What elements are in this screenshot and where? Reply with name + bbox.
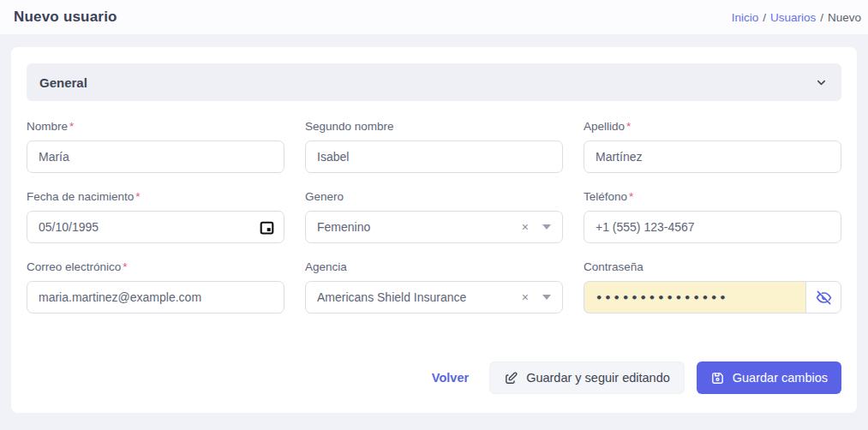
breadcrumb: Inicio / Usuarios / Nuevo bbox=[732, 11, 861, 24]
field-first-name: Nombre* bbox=[27, 120, 284, 173]
birth-date-input[interactable] bbox=[27, 211, 284, 243]
gender-select[interactable]: Femenino × bbox=[305, 211, 563, 243]
breadcrumb-separator: / bbox=[763, 11, 766, 24]
breadcrumb-link-usuarios[interactable]: Usuarios bbox=[770, 11, 816, 24]
save-and-continue-button[interactable]: Guardar y seguir editando bbox=[489, 361, 685, 394]
phone-label: Teléfono bbox=[584, 190, 627, 203]
calendar-icon[interactable] bbox=[259, 219, 274, 235]
required-asterisk: * bbox=[626, 120, 631, 133]
agency-select[interactable]: Americans Shield Insurance × bbox=[305, 281, 563, 314]
section-header-general[interactable]: General bbox=[27, 63, 841, 101]
last-name-input[interactable] bbox=[584, 140, 841, 173]
clear-x-icon[interactable]: × bbox=[522, 221, 529, 233]
password-input[interactable] bbox=[584, 281, 805, 314]
save-changes-label: Guardar cambios bbox=[733, 371, 828, 385]
caret-down-icon[interactable] bbox=[542, 224, 551, 230]
field-gender: Genero Femenino × bbox=[305, 190, 563, 243]
edit-icon bbox=[504, 371, 518, 385]
required-asterisk: * bbox=[135, 190, 140, 203]
last-name-label: Apellido bbox=[584, 120, 625, 133]
field-phone: Teléfono* bbox=[584, 190, 841, 243]
eye-off-icon bbox=[816, 290, 832, 306]
password-label: Contraseña bbox=[584, 260, 644, 273]
agency-selected-value: Americans Shield Insurance bbox=[317, 290, 522, 304]
field-agency: Agencia Americans Shield Insurance × bbox=[305, 260, 563, 314]
email-label: Correo electrónico bbox=[27, 260, 121, 273]
field-birth-date: Fecha de nacimiento* bbox=[27, 190, 284, 243]
page-title: Nuevo usuario bbox=[14, 9, 117, 26]
phone-input[interactable] bbox=[584, 211, 841, 243]
field-middle-name: Segundo nombre bbox=[305, 120, 563, 173]
birth-date-label: Fecha de nacimiento bbox=[27, 190, 134, 203]
save-and-continue-label: Guardar y seguir editando bbox=[526, 371, 670, 385]
middle-name-label: Segundo nombre bbox=[305, 120, 394, 133]
required-asterisk: * bbox=[123, 260, 127, 273]
caret-down-icon[interactable] bbox=[542, 295, 551, 300]
form-actions: Volver Guardar y seguir editando Guardar… bbox=[27, 361, 841, 394]
field-last-name: Apellido* bbox=[584, 120, 841, 173]
breadcrumb-link-inicio[interactable]: Inicio bbox=[732, 11, 759, 24]
field-password: Contraseña bbox=[584, 260, 841, 314]
breadcrumb-separator: / bbox=[820, 11, 823, 24]
section-title: General bbox=[39, 75, 87, 90]
gender-selected-value: Femenino bbox=[317, 220, 522, 234]
form-grid: Nombre* Segundo nombre Apellido* Fecha d… bbox=[27, 120, 841, 314]
first-name-label: Nombre bbox=[27, 120, 68, 133]
required-asterisk: * bbox=[629, 190, 633, 203]
breadcrumb-current: Nuevo bbox=[828, 11, 861, 24]
first-name-input[interactable] bbox=[27, 140, 284, 173]
field-email: Correo electrónico* bbox=[27, 260, 284, 314]
form-card: General Nombre* Segundo nombre Apellido*… bbox=[11, 47, 857, 413]
save-icon bbox=[710, 371, 725, 385]
agency-label: Agencia bbox=[305, 260, 347, 273]
chevron-down-icon[interactable] bbox=[815, 76, 828, 89]
required-asterisk: * bbox=[69, 120, 74, 133]
save-changes-button[interactable]: Guardar cambios bbox=[697, 361, 841, 394]
clear-x-icon[interactable]: × bbox=[522, 291, 529, 303]
gender-label: Genero bbox=[305, 190, 344, 203]
top-bar: Nuevo usuario Inicio / Usuarios / Nuevo bbox=[0, 0, 868, 34]
middle-name-input[interactable] bbox=[305, 140, 563, 173]
toggle-password-visibility-button[interactable] bbox=[805, 281, 841, 314]
email-input[interactable] bbox=[27, 281, 284, 314]
back-link[interactable]: Volver bbox=[432, 371, 469, 385]
